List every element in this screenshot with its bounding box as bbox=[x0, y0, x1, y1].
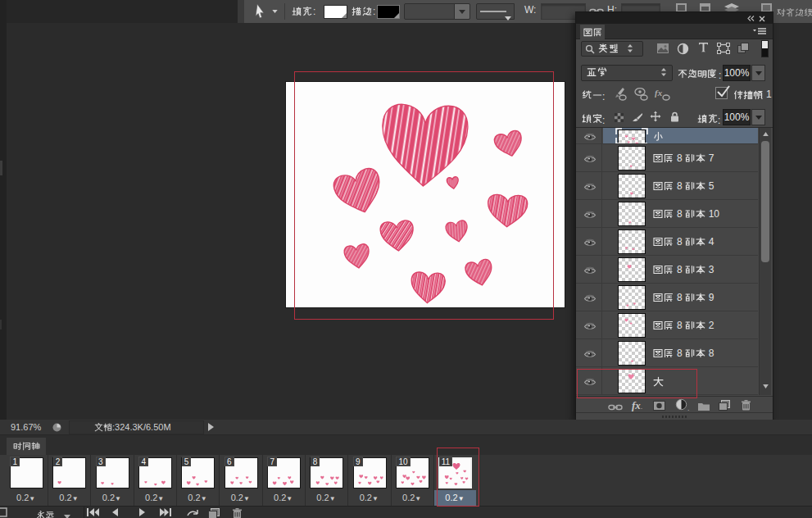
svg-text:fx: fx bbox=[655, 88, 663, 98]
